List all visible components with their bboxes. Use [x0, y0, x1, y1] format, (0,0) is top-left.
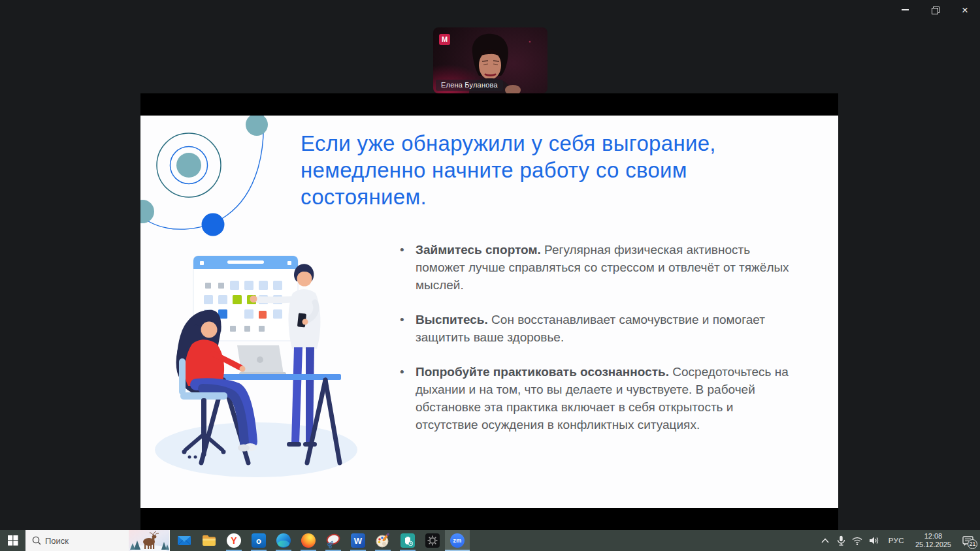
bullet-item-mindfulness: •Попробуйте практиковать осознанность. С…	[397, 363, 789, 433]
edge-icon	[276, 533, 291, 548]
chevron-up-icon	[821, 538, 829, 543]
taskbar-app-yandex-browser[interactable]: Y	[221, 530, 246, 551]
taskbar-app-dark-utility[interactable]	[420, 530, 445, 551]
tray-clock[interactable]: 12:08 25.12.2025	[910, 530, 956, 551]
file-explorer-icon	[202, 533, 216, 548]
restore-button[interactable]	[920, 0, 950, 20]
taskbar-app-edge[interactable]	[271, 530, 296, 551]
slide-title-line2: немедленно начните работу со своим	[301, 157, 797, 183]
tray-date: 25.12.2025	[915, 541, 951, 549]
presentation-slide: Если уже обнаружили у себя выгорание, не…	[140, 116, 838, 508]
bullet-marker: •	[400, 363, 404, 381]
taskbar-app-outlook[interactable]: o	[246, 530, 271, 551]
taskbar-app-icons: Y o	[172, 530, 470, 551]
search-icon	[32, 536, 41, 545]
zoom-icon: zm	[450, 533, 465, 548]
slide-title-line3: состоянием.	[301, 183, 797, 210]
slide-title: Если уже обнаружили у себя выгорание, не…	[301, 130, 797, 210]
bullet-marker: •	[400, 311, 404, 328]
search-highlight-deer-image[interactable]	[129, 530, 169, 551]
wifi-icon	[852, 537, 862, 545]
firefox-icon	[301, 533, 316, 548]
mail-icon	[177, 533, 191, 548]
taskbar-app-mail[interactable]	[172, 530, 197, 551]
webcam-video-tile[interactable]: M Елена Буланова	[433, 27, 547, 93]
taskbar-app-snipping-tool[interactable]	[321, 530, 346, 551]
webcam-brand-logo: M	[439, 34, 450, 45]
tray-wifi-button[interactable]	[849, 530, 866, 551]
tray-action-center-button[interactable]: 21	[956, 530, 979, 551]
taskbar-app-word[interactable]: W	[346, 530, 370, 551]
window-controls: ×	[890, 0, 980, 20]
start-button[interactable]	[0, 530, 25, 551]
minimize-icon	[902, 9, 909, 10]
bullet-bold-text: Выспитесь.	[416, 313, 488, 326]
notification-count-badge: 21	[968, 539, 977, 549]
yandex-browser-icon: Y	[227, 533, 241, 548]
tray-chevron-button[interactable]	[817, 530, 834, 551]
minimize-button[interactable]	[890, 0, 920, 20]
taskbar-app-firefox[interactable]	[296, 530, 321, 551]
taskbar-app-time-tracker[interactable]	[395, 530, 420, 551]
slide-illustration	[150, 246, 369, 478]
bullet-bold-text: Займитесь спортом.	[416, 243, 541, 257]
windows-logo-icon	[8, 535, 18, 546]
taskbar-app-paint[interactable]	[370, 530, 395, 551]
tray-language-indicator[interactable]: РУС	[883, 530, 910, 551]
dark-utility-icon	[425, 533, 440, 548]
paint-icon	[375, 533, 391, 548]
snipping-tool-icon	[325, 533, 341, 548]
slide-bullet-list: •Займитесь спортом. Регулярная физическа…	[397, 241, 789, 450]
system-tray: РУС 12:08 25.12.2025 21	[817, 530, 980, 551]
outlook-icon: o	[252, 533, 266, 548]
restore-icon	[932, 7, 938, 13]
desktop-screen: × M Елена Буланова	[0, 0, 980, 551]
bullet-marker: •	[400, 241, 404, 259]
word-icon: W	[351, 533, 365, 548]
tray-volume-button[interactable]	[866, 530, 883, 551]
tray-time: 12:08	[915, 532, 951, 541]
tray-microphone-button[interactable]	[834, 530, 849, 551]
close-icon: ×	[962, 5, 968, 16]
taskbar-app-file-explorer[interactable]	[197, 530, 221, 551]
participant-name-label: Елена Буланова	[436, 80, 503, 91]
bullet-item-sport: •Займитесь спортом. Регулярная физическа…	[397, 241, 789, 294]
bullet-item-sleep: •Выспитесь. Сон восстанавливает самочувс…	[397, 311, 789, 346]
screen-share-area: Если уже обнаружили у себя выгорание, не…	[140, 93, 838, 530]
time-tracker-hand-icon	[400, 533, 415, 548]
bullet-bold-text: Попробуйте практиковать осознанность.	[416, 365, 669, 379]
taskbar-app-zoom[interactable]: zm	[445, 530, 470, 551]
taskbar: Y o	[0, 530, 980, 551]
slide-title-line1: Если уже обнаружили у себя выгорание,	[301, 130, 797, 157]
search-input[interactable]	[45, 536, 122, 546]
close-button[interactable]: ×	[950, 0, 980, 20]
taskbar-search-box[interactable]	[25, 530, 170, 551]
microphone-icon	[837, 535, 845, 546]
speaker-icon	[869, 536, 879, 545]
